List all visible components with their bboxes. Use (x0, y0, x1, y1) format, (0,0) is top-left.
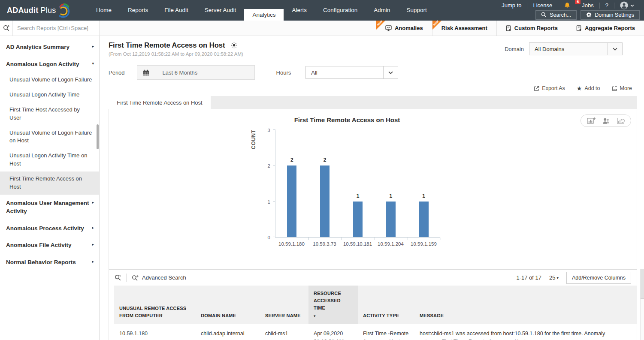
more-button[interactable]: More (612, 85, 632, 91)
chevron-down-icon (608, 43, 622, 55)
help-button[interactable]: ? (600, 2, 614, 9)
notifications-button[interactable]: 6 (558, 2, 576, 9)
column-header-message[interactable]: MESSAGE (414, 286, 637, 324)
avatar-icon (620, 1, 628, 9)
sort-descending-icon: ▾ (314, 313, 353, 319)
bar-10-59-1-159[interactable] (419, 202, 429, 237)
column-header-unusual-remote-access-from-computer[interactable]: UNUSUAL REMOTE ACCESS FROM COMPUTER (114, 286, 196, 324)
quicklink-aggregate-reports[interactable]: Aggregate Reports (567, 21, 644, 36)
sidebar-item-unusual-logon-activity-time[interactable]: Unusual Logon Activity Time (0, 87, 99, 102)
x-tick-label: 10.59.1.204 (374, 241, 407, 247)
report-date-range: (From Oct 12,2019 01:58:22 AM to Apr 09,… (109, 51, 243, 57)
table-toolbar: Advanced Search 1-17 of 17 25▾ Add/Remov… (109, 270, 637, 286)
add-remove-columns-button[interactable]: Add/Remove Columns (566, 272, 631, 284)
bar-10-59-10-181[interactable] (353, 202, 363, 237)
x-tick-mark (342, 238, 342, 240)
hours-label: Hours (276, 69, 291, 76)
bar-10-59-1-204[interactable] (386, 202, 396, 237)
license-link[interactable]: License (527, 2, 558, 9)
chart-toolbar (581, 114, 631, 127)
export-icon (534, 86, 539, 91)
anomaly-sun-icon[interactable] (231, 42, 237, 48)
brand-swoosh-icon (57, 2, 70, 18)
column-header-server-name[interactable]: SERVER NAME (260, 286, 308, 324)
nav-reports[interactable]: Reports (120, 0, 156, 21)
quicklink-anomalies[interactable]: NEWAnomalies (376, 21, 432, 36)
body: AD Analytics Summary▸Anomalous Logon Act… (0, 36, 644, 340)
brand-logo[interactable]: ADAudit Plus (0, 0, 88, 21)
bar-value-label: 2 (308, 157, 342, 163)
bar-value-label: 1 (342, 193, 375, 199)
nav-support[interactable]: Support (399, 0, 435, 21)
user-menu[interactable] (614, 1, 640, 9)
filter-row: Period Last 6 Months Hours All (109, 65, 637, 80)
main-content: First Time Remote Access on Host (From O… (100, 36, 644, 340)
domain-settings-button[interactable]: Domain Settings (581, 10, 640, 20)
table-controls: 1-17 of 17 25▾ Add/Remove Columns (516, 272, 631, 284)
y-tick-mark (273, 237, 275, 237)
add-to-button[interactable]: ★ Add to (577, 85, 600, 91)
search-icon (541, 12, 547, 18)
quicklink-risk-assessment[interactable]: NEWRisk Assessment (432, 21, 496, 36)
page-size-dropdown[interactable]: 25▾ (549, 274, 559, 281)
domain-select[interactable]: All Domains (529, 42, 623, 55)
change-chart-type-icon[interactable] (587, 117, 596, 124)
sidebar-section-label: Anomalous Logon Activity (6, 60, 92, 69)
report-tabstrip: First Time Remote Access on Host (109, 96, 637, 109)
user-attribution-icon[interactable] (602, 117, 610, 124)
topbar-buttons: Search... Domain Settings (496, 10, 640, 20)
sidebar-section-ad-analytics-summary[interactable]: AD Analytics Summary▸ (0, 39, 99, 56)
x-tick-label: 10.59.3.73 (308, 241, 341, 247)
sidebar-item-first-time-host-accessed-by-user[interactable]: First Time Host Accessed by User (0, 102, 99, 126)
column-header-activity-type[interactable]: ACTIVITY TYPE (358, 286, 414, 324)
sidebar-section-normal-behavior-reports[interactable]: Normal Behavior Reports▸ (0, 254, 99, 271)
x-tick-mark (375, 238, 375, 240)
sidebar-scrollbar[interactable] (97, 124, 99, 149)
quicklink-label: Aggregate Reports (585, 25, 635, 31)
sidebar-section-anomalous-file-activity[interactable]: Anomalous File Activity▸ (0, 237, 99, 254)
table-search-icon[interactable] (115, 274, 121, 281)
nav-server-audit[interactable]: Server Audit (197, 0, 245, 21)
hours-select[interactable]: All (305, 66, 398, 79)
jump-to-link[interactable]: Jump to (496, 2, 527, 9)
column-header-resource-accessed-time[interactable]: RESOURCE ACCESSED TIME▾ (308, 286, 358, 324)
sidebar-section-anomalous-logon-activity[interactable]: Anomalous Logon Activity▾ (0, 56, 99, 73)
bar-group-10-59-1-204: 1 (374, 130, 407, 237)
report-search-input[interactable] (13, 25, 99, 31)
table-cell: child.adap.internal (196, 324, 260, 340)
sidebar-item-unusual-volume-of-logon-failure-on-host[interactable]: Unusual Volume of Logon Failure on Host (0, 126, 99, 149)
bar-10-59-3-73[interactable] (320, 165, 330, 237)
bar-value-label: 1 (407, 193, 440, 199)
global-search-button[interactable]: Search... (535, 10, 577, 20)
table-cell: host:child-ms1 was accessed from host:10… (414, 324, 637, 340)
nav-file-audit[interactable]: File Audit (156, 0, 197, 21)
quicklink-custom-reports[interactable]: Custom Reports (496, 21, 567, 36)
sidebar-item-unusual-volume-of-logon-failure[interactable]: Unusual Volume of Logon Failure (0, 72, 99, 87)
sidebar-item-unusual-logon-activity-time-on-host[interactable]: Unusual Logon Activity Time on Host (0, 148, 99, 172)
nav-configuration[interactable]: Configuration (315, 0, 366, 21)
sidebar-section-anomalous-process-activity[interactable]: Anomalous Process Activity▸ (0, 220, 99, 237)
x-tick-mark (408, 238, 408, 240)
period-picker[interactable]: Last 6 Months (137, 65, 255, 80)
x-tick-label: 10.59.10.181 (341, 241, 374, 247)
sidebar-item-first-time-remote-access-on-host[interactable]: First Time Remote Access on Host (0, 172, 99, 195)
primary-nav: HomeReportsFile AuditServer AuditAnalyti… (88, 0, 435, 21)
vertical-scrollbar[interactable] (640, 269, 644, 340)
nav-analytics[interactable]: Analytics (244, 9, 284, 21)
bar-10-59-1-180[interactable] (287, 165, 296, 237)
nav-alerts[interactable]: Alerts (284, 0, 315, 21)
export-as-button[interactable]: Export As (534, 85, 565, 91)
table-cell: Apr 09,2020 01:12:01 AM (308, 324, 358, 340)
tab-first-time-remote-access[interactable]: First Time Remote Access on Host (109, 96, 211, 109)
advanced-search-button[interactable]: Advanced Search (132, 274, 186, 281)
reload-chart-icon[interactable] (617, 117, 625, 124)
domain-label: Domain (505, 46, 524, 52)
column-header-domain-name[interactable]: DOMAIN NAME (196, 286, 260, 324)
table-row[interactable]: 10.59.1.180child.adap.internalchild-ms1A… (114, 324, 637, 340)
sidebar-section-label: AD Analytics Summary (6, 43, 92, 51)
sidebar-section-anomalous-user-management-activity[interactable]: Anomalous User Management Activity▸ (0, 195, 99, 220)
nav-home[interactable]: Home (88, 0, 120, 21)
y-tick-mark (273, 129, 275, 130)
chevron-right-icon: ▸ (92, 258, 94, 264)
nav-admin[interactable]: Admin (366, 0, 398, 21)
